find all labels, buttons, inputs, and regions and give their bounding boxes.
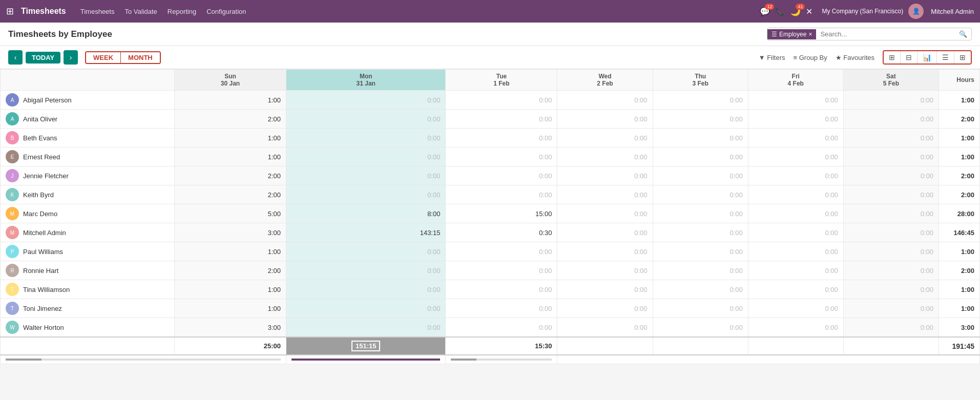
nav-to-validate[interactable]: To Validate: [124, 8, 157, 15]
sat-cell-3[interactable]: 0:00: [843, 148, 939, 166]
mon-cell-0[interactable]: 0:00: [286, 91, 446, 110]
mon-cell-7[interactable]: 143:15: [286, 223, 446, 242]
mon-cell-1[interactable]: 0:00: [286, 110, 446, 129]
today-btn[interactable]: TODAY: [26, 52, 60, 64]
chart-view-btn[interactable]: 📊: [918, 51, 937, 64]
fri-cell-12[interactable]: 0:00: [748, 318, 843, 338]
week-tab[interactable]: WEEK: [86, 52, 121, 63]
thu-cell-1[interactable]: 0:00: [653, 110, 748, 129]
sat-cell-4[interactable]: 0:00: [843, 166, 939, 185]
table-row[interactable]: B Beth Evans 1:000:000:000:000:000:000:0…: [1, 129, 980, 148]
table-row[interactable]: M Marc Demo 5:008:0015:000:000:000:000:0…: [1, 204, 980, 223]
tue-cell-1[interactable]: 0:00: [446, 110, 557, 129]
mon-cell-11[interactable]: 0:00: [286, 299, 446, 318]
wed-cell-0[interactable]: 0:00: [557, 91, 653, 110]
mon-cell-3[interactable]: 0:00: [286, 148, 446, 166]
tue-cell-2[interactable]: 0:00: [446, 129, 557, 148]
favourites-btn[interactable]: ★ Favourites: [836, 54, 874, 61]
tue-cell-10[interactable]: 0:00: [446, 280, 557, 299]
table-row[interactable]: R Ronnie Hart 2:000:000:000:000:000:000:…: [1, 261, 980, 280]
tue-cell-0[interactable]: 0:00: [446, 91, 557, 110]
wed-cell-5[interactable]: 0:00: [557, 185, 653, 204]
nav-reporting[interactable]: Reporting: [168, 8, 196, 15]
wed-cell-2[interactable]: 0:00: [557, 129, 653, 148]
close-icon[interactable]: ✕: [806, 7, 812, 16]
list-grid-view-btn[interactable]: ⊟: [901, 51, 918, 64]
thu-cell-10[interactable]: 0:00: [653, 280, 748, 299]
apps-icon[interactable]: ⊞: [6, 6, 14, 17]
tue-cell-9[interactable]: 0:00: [446, 261, 557, 280]
sat-cell-10[interactable]: 0:00: [843, 280, 939, 299]
table-row[interactable]: M Mitchell Admin 3:00143:150:300:000:000…: [1, 223, 980, 242]
fri-cell-6[interactable]: 0:00: [748, 204, 843, 223]
group-by-btn[interactable]: ≡ Group By: [794, 54, 827, 61]
grid-view-btn[interactable]: ⊞: [884, 51, 901, 64]
wed-cell-3[interactable]: 0:00: [557, 148, 653, 166]
fri-cell-3[interactable]: 0:00: [748, 148, 843, 166]
fri-cell-4[interactable]: 0:00: [748, 166, 843, 185]
sun-cell-3[interactable]: 1:00: [175, 148, 286, 166]
mon-cell-5[interactable]: 0:00: [286, 185, 446, 204]
sat-cell-1[interactable]: 0:00: [843, 110, 939, 129]
mon-cell-9[interactable]: 0:00: [286, 261, 446, 280]
tue-cell-12[interactable]: 0:00: [446, 318, 557, 338]
chat-icon[interactable]: 💬 12: [760, 7, 770, 16]
mon-cell-6[interactable]: 8:00: [286, 204, 446, 223]
sat-cell-2[interactable]: 0:00: [843, 129, 939, 148]
mon-cell-4[interactable]: 0:00: [286, 166, 446, 185]
mon-cell-2[interactable]: 0:00: [286, 129, 446, 148]
tue-cell-5[interactable]: 0:00: [446, 185, 557, 204]
fri-cell-5[interactable]: 0:00: [748, 185, 843, 204]
search-input[interactable]: [816, 28, 955, 40]
fri-cell-2[interactable]: 0:00: [748, 129, 843, 148]
filter-remove-btn[interactable]: ×: [808, 31, 812, 38]
sat-cell-5[interactable]: 0:00: [843, 185, 939, 204]
table-row[interactable]: A Abigail Peterson 1:000:000:000:000:000…: [1, 91, 980, 110]
sun-cell-4[interactable]: 2:00: [175, 166, 286, 185]
wed-cell-9[interactable]: 0:00: [557, 261, 653, 280]
thu-cell-8[interactable]: 0:00: [653, 242, 748, 261]
table-row[interactable]: W Walter Horton 3:000:000:000:000:000:00…: [1, 318, 980, 338]
search-icon[interactable]: 🔍: [955, 28, 971, 40]
fri-cell-8[interactable]: 0:00: [748, 242, 843, 261]
month-tab[interactable]: MONTH: [121, 52, 160, 63]
sun-cell-1[interactable]: 2:00: [175, 110, 286, 129]
table-row[interactable]: T Tina Williamson 1:000:000:000:000:000:…: [1, 280, 980, 299]
sun-cell-10[interactable]: 1:00: [175, 280, 286, 299]
prev-btn[interactable]: ‹: [8, 50, 23, 65]
sun-cell-7[interactable]: 3:00: [175, 223, 286, 242]
table-row[interactable]: J Jennie Fletcher 2:000:000:000:000:000:…: [1, 166, 980, 185]
wed-cell-11[interactable]: 0:00: [557, 299, 653, 318]
wed-cell-12[interactable]: 0:00: [557, 318, 653, 338]
fri-cell-9[interactable]: 0:00: [748, 261, 843, 280]
fri-cell-11[interactable]: 0:00: [748, 299, 843, 318]
fri-cell-0[interactable]: 0:00: [748, 91, 843, 110]
sun-cell-11[interactable]: 1:00: [175, 299, 286, 318]
sat-cell-9[interactable]: 0:00: [843, 261, 939, 280]
table-row[interactable]: P Paul Williams 1:000:000:000:000:000:00…: [1, 242, 980, 261]
wed-cell-8[interactable]: 0:00: [557, 242, 653, 261]
sat-cell-7[interactable]: 0:00: [843, 223, 939, 242]
tue-cell-7[interactable]: 0:30: [446, 223, 557, 242]
mon-cell-10[interactable]: 0:00: [286, 280, 446, 299]
sun-cell-0[interactable]: 1:00: [175, 91, 286, 110]
table-row[interactable]: K Keith Byrd 2:000:000:000:000:000:000:0…: [1, 185, 980, 204]
table-row[interactable]: A Anita Oliver 2:000:000:000:000:000:000…: [1, 110, 980, 129]
tue-cell-8[interactable]: 0:00: [446, 242, 557, 261]
thu-cell-0[interactable]: 0:00: [653, 91, 748, 110]
wed-cell-1[interactable]: 0:00: [557, 110, 653, 129]
wed-cell-10[interactable]: 0:00: [557, 280, 653, 299]
nav-timesheets[interactable]: Timesheets: [80, 8, 115, 15]
sun-cell-5[interactable]: 2:00: [175, 185, 286, 204]
kanban-view-btn[interactable]: ⊞: [954, 51, 971, 64]
mon-cell-8[interactable]: 0:00: [286, 242, 446, 261]
thu-cell-7[interactable]: 0:00: [653, 223, 748, 242]
sun-cell-2[interactable]: 1:00: [175, 129, 286, 148]
thu-cell-12[interactable]: 0:00: [653, 318, 748, 338]
list-view-btn[interactable]: ☰: [937, 51, 954, 64]
sun-cell-12[interactable]: 3:00: [175, 318, 286, 338]
mon-cell-12[interactable]: 0:00: [286, 318, 446, 338]
table-row[interactable]: T Toni Jimenez 1:000:000:000:000:000:000…: [1, 299, 980, 318]
table-row[interactable]: E Ernest Reed 1:000:000:000:000:000:000:…: [1, 148, 980, 166]
moon-icon[interactable]: 🌙 41: [790, 7, 801, 16]
